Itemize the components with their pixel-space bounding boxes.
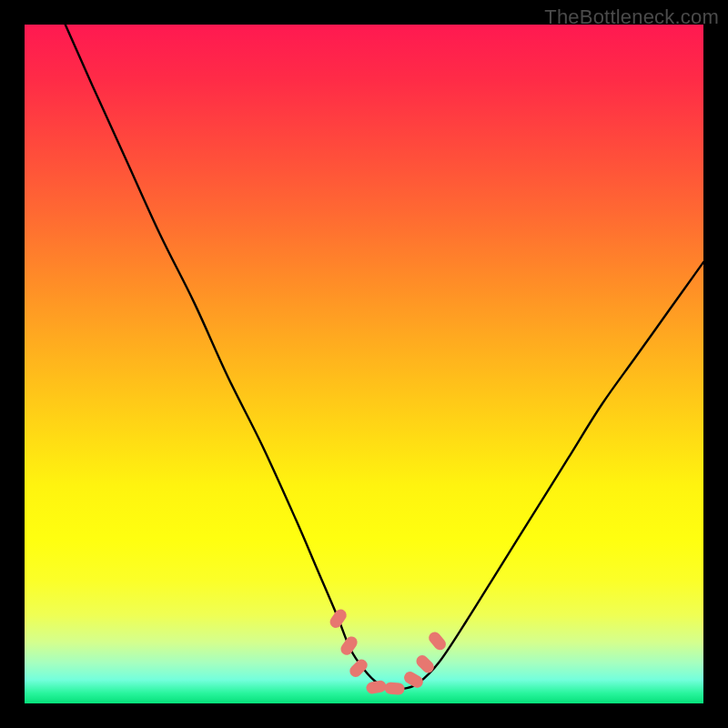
chart-frame: TheBottleneck.com	[0, 0, 728, 728]
curve-svg	[25, 25, 703, 703]
curve-marker	[414, 652, 437, 675]
marker-group	[328, 607, 449, 695]
bottleneck-curve	[66, 25, 703, 689]
curve-marker	[365, 680, 387, 695]
plot-area	[25, 25, 703, 703]
curve-marker	[384, 682, 405, 695]
curve-marker	[427, 630, 449, 652]
curve-marker	[348, 657, 370, 680]
curve-marker	[339, 634, 359, 657]
curve-marker	[328, 607, 349, 630]
curve-path-group	[66, 25, 703, 689]
